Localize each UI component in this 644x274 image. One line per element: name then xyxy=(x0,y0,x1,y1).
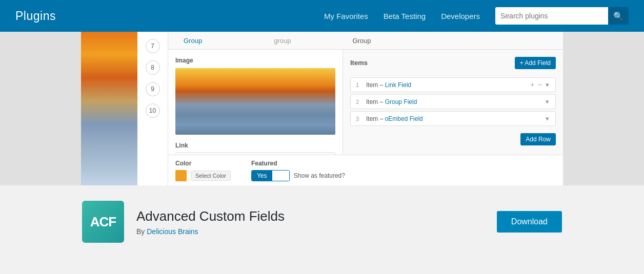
item-link-2[interactable]: Group Field xyxy=(385,98,417,106)
card-image xyxy=(175,68,335,135)
item-num-2: 2 xyxy=(356,99,363,105)
item-num-3: 3 xyxy=(356,116,363,122)
color-label: Color xyxy=(175,160,231,167)
row-num-10: 10 xyxy=(146,103,160,118)
page-title: Plugins xyxy=(15,9,56,23)
table-header: Group group Group xyxy=(168,32,563,50)
header: Plugins My Favorites Beta Testing Develo… xyxy=(0,0,644,32)
color-select-button[interactable]: Select Color xyxy=(191,171,231,181)
row-num-7: 7 xyxy=(146,39,160,53)
items-header-row: Items + Add Field xyxy=(350,57,556,73)
col-header-3: Group xyxy=(342,37,381,45)
list-item: 1 Item – Link Field + − ▾ xyxy=(350,77,556,92)
plugin-name: Advanced Custom Fields xyxy=(136,208,485,224)
search-button[interactable]: 🔍 xyxy=(608,7,629,25)
color-section: Color Select Color xyxy=(175,160,231,181)
toggle-yes[interactable]: Yes xyxy=(252,171,272,181)
item-name-1: Item – Link Field xyxy=(366,81,530,89)
item-chevron-icon-2[interactable]: ▾ xyxy=(545,98,550,106)
screenshot-inner: 7 8 9 10 Group group Group Close close C… xyxy=(81,32,563,185)
col-header-2: group xyxy=(264,37,301,45)
item-actions-2: ▾ xyxy=(545,98,550,106)
col-header-1: Group xyxy=(173,37,212,45)
item-num-1: 1 xyxy=(356,82,363,88)
card-bottom: Color Select Color Featured Yes Show as … xyxy=(168,155,563,185)
search-input[interactable] xyxy=(495,7,608,25)
header-nav: My Favorites Beta Testing Developers 🔍 xyxy=(324,7,629,25)
item-name-3: Item – oEmbed Field xyxy=(366,115,545,122)
by-label: By xyxy=(136,227,145,236)
item-add-icon[interactable]: + xyxy=(530,81,536,89)
items-label: Items xyxy=(350,59,368,67)
toggle-no[interactable] xyxy=(272,171,289,181)
item-chevron-icon-3[interactable]: ▾ xyxy=(545,115,550,122)
featured-section: Featured Yes Show as featured? xyxy=(251,160,345,181)
featured-label: Featured xyxy=(251,160,345,167)
nav-developers[interactable]: Developers xyxy=(441,12,480,20)
download-button[interactable]: Download xyxy=(497,211,562,233)
item-link-3[interactable]: oEmbed Field xyxy=(385,115,423,122)
plugin-text: Advanced Custom Fields By Delicious Brai… xyxy=(136,208,485,236)
list-item: 3 Item – oEmbed Field ▾ xyxy=(350,111,556,126)
plugin-logo: ACF xyxy=(82,201,124,243)
item-actions-3: ▾ xyxy=(545,115,550,122)
plugin-by: By Delicious Brains xyxy=(136,227,485,236)
color-row: Select Color xyxy=(175,170,231,181)
plugin-info: ACF Advanced Custom Fields By Delicious … xyxy=(0,185,644,258)
link-label: Link xyxy=(175,142,335,149)
plugin-logo-text: ACF xyxy=(90,214,116,230)
featured-toggle: Yes Show as featured? xyxy=(251,170,345,181)
nav-beta-testing[interactable]: Beta Testing xyxy=(384,12,426,20)
image-label: Image xyxy=(175,57,335,64)
row-numbers: 7 8 9 10 xyxy=(137,32,168,185)
nav-my-favorites[interactable]: My Favorites xyxy=(324,12,368,20)
item-actions-1: + − ▾ xyxy=(530,81,550,89)
list-item: 2 Item – Group Field ▾ xyxy=(350,94,556,109)
screenshot-container: 7 8 9 10 Group group Group Close close C… xyxy=(0,32,644,185)
row-num-8: 8 xyxy=(146,60,160,75)
add-row-button[interactable]: Add Row xyxy=(520,133,556,145)
row-num-9: 9 xyxy=(146,82,160,96)
item-minus-icon[interactable]: − xyxy=(537,81,543,89)
toggle-button[interactable]: Yes xyxy=(251,170,290,181)
item-chevron-icon[interactable]: ▾ xyxy=(545,81,550,89)
search-icon: 🔍 xyxy=(613,11,623,21)
item-name-2: Item – Group Field xyxy=(366,98,545,106)
color-swatch[interactable] xyxy=(175,170,187,181)
show-as-featured-text: Show as featured? xyxy=(294,172,345,179)
add-field-button[interactable]: + Add Field xyxy=(515,57,556,69)
plugin-author[interactable]: Delicious Brains xyxy=(147,227,198,236)
item-link-1[interactable]: Link Field xyxy=(385,81,411,89)
search-area: 🔍 xyxy=(495,7,629,25)
